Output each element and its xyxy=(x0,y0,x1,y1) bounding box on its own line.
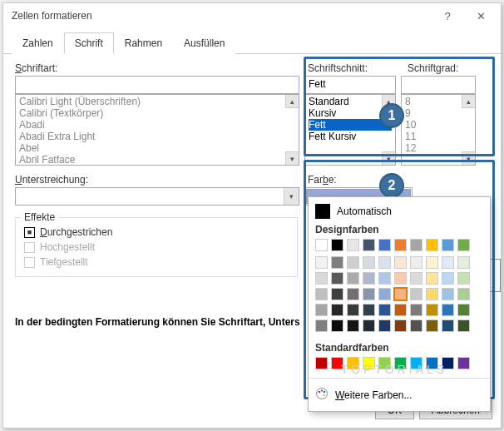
help-button[interactable]: ? xyxy=(431,4,464,27)
color-swatch[interactable] xyxy=(315,288,328,300)
list-item[interactable]: Standard xyxy=(309,96,392,107)
tab-font[interactable]: Schrift xyxy=(64,32,114,54)
auto-color-row[interactable]: Automatisch xyxy=(315,204,483,219)
color-swatch[interactable] xyxy=(363,288,375,300)
color-swatch[interactable] xyxy=(331,320,343,332)
color-swatch[interactable] xyxy=(363,304,375,316)
color-swatch[interactable] xyxy=(378,304,391,316)
list-item[interactable]: Fett Kursiv xyxy=(309,131,392,142)
color-swatch[interactable] xyxy=(363,272,375,285)
color-swatch[interactable] xyxy=(378,288,391,300)
color-swatch[interactable] xyxy=(331,288,343,300)
color-swatch[interactable] xyxy=(347,272,359,285)
color-swatch[interactable] xyxy=(378,320,391,332)
color-swatch[interactable] xyxy=(426,272,438,285)
color-swatch[interactable] xyxy=(347,256,359,269)
list-item[interactable]: Calibri (Textkörper) xyxy=(19,107,295,119)
color-swatch[interactable] xyxy=(442,256,454,269)
list-item[interactable]: Abadi xyxy=(19,119,295,131)
color-swatch[interactable] xyxy=(426,256,438,269)
color-swatch[interactable] xyxy=(426,288,438,300)
color-swatch[interactable] xyxy=(394,239,407,251)
color-swatch[interactable] xyxy=(426,304,438,316)
color-swatch[interactable] xyxy=(457,239,470,251)
chevron-down-icon[interactable]: ▾ xyxy=(284,188,299,205)
scroll-up-icon[interactable]: ▴ xyxy=(285,95,299,108)
color-swatch[interactable] xyxy=(378,239,391,251)
color-swatch[interactable] xyxy=(442,239,454,251)
color-swatch[interactable] xyxy=(378,256,391,269)
color-swatch[interactable] xyxy=(315,272,328,285)
color-swatch[interactable] xyxy=(457,288,470,300)
check-strikethrough[interactable]: Durchgestrichen xyxy=(24,226,289,238)
font-input[interactable] xyxy=(15,76,299,94)
scroll-down-icon[interactable]: ▾ xyxy=(285,151,299,165)
color-swatch[interactable] xyxy=(442,320,454,332)
underline-combo[interactable]: ▾ xyxy=(15,187,299,206)
color-swatch[interactable] xyxy=(457,304,470,316)
list-item[interactable]: Abel xyxy=(19,142,295,154)
tab-strip: Zahlen Schrift Rahmen Ausfüllen xyxy=(3,28,501,54)
color-swatch[interactable] xyxy=(363,256,375,269)
color-swatch[interactable] xyxy=(457,357,470,369)
color-swatch[interactable] xyxy=(457,256,470,269)
color-swatch[interactable] xyxy=(331,239,343,251)
color-swatch[interactable] xyxy=(315,256,328,269)
color-swatch[interactable] xyxy=(410,320,422,332)
color-swatch[interactable] xyxy=(426,239,438,251)
color-swatch[interactable] xyxy=(331,256,343,269)
color-swatch[interactable] xyxy=(394,320,407,332)
color-swatch[interactable] xyxy=(347,320,359,332)
style-list[interactable]: Standard Kursiv Fett Fett Kursiv ▴ ▾ xyxy=(304,94,396,166)
color-swatch[interactable] xyxy=(315,357,328,369)
font-list[interactable]: Calibri Light (Überschriften) Calibri (T… xyxy=(15,94,299,166)
color-swatch[interactable] xyxy=(442,288,454,300)
color-swatch[interactable] xyxy=(410,272,422,285)
color-swatch[interactable] xyxy=(378,272,391,285)
list-item[interactable]: 9 xyxy=(405,107,472,119)
color-swatch[interactable] xyxy=(410,239,422,251)
color-swatch[interactable] xyxy=(331,304,343,316)
list-item[interactable]: Calibri Light (Überschriften) xyxy=(19,96,295,107)
close-button[interactable]: ✕ xyxy=(464,4,497,27)
label-style: Schriftschnitt: xyxy=(308,62,399,74)
more-colors-row[interactable]: Weitere Farben... xyxy=(315,385,483,404)
color-swatch[interactable] xyxy=(315,320,328,332)
color-swatch[interactable] xyxy=(410,304,422,316)
list-item[interactable]: Abadi Extra Light xyxy=(19,131,295,142)
tab-numbers[interactable]: Zahlen xyxy=(12,32,64,54)
color-swatch[interactable] xyxy=(331,272,343,285)
scroll-down-icon[interactable]: ▾ xyxy=(462,151,475,165)
color-swatch[interactable] xyxy=(347,304,359,316)
color-swatch[interactable] xyxy=(315,304,328,316)
list-item[interactable]: Abril Fatface xyxy=(19,154,295,166)
list-item[interactable]: 11 xyxy=(405,131,472,142)
color-swatch[interactable] xyxy=(442,304,454,316)
scroll-down-icon[interactable]: ▾ xyxy=(382,151,395,165)
color-swatch[interactable] xyxy=(347,288,359,300)
color-swatch[interactable] xyxy=(394,256,407,269)
tab-fill[interactable]: Ausfüllen xyxy=(173,32,235,54)
color-swatch[interactable] xyxy=(457,272,470,285)
scroll-up-icon[interactable]: ▴ xyxy=(462,95,475,108)
color-swatch[interactable] xyxy=(426,320,438,332)
color-swatch[interactable] xyxy=(410,256,422,269)
color-swatch[interactable] xyxy=(363,239,375,251)
color-swatch[interactable] xyxy=(315,239,328,251)
color-swatch[interactable] xyxy=(394,288,407,300)
tab-border[interactable]: Rahmen xyxy=(114,32,173,54)
color-swatch[interactable] xyxy=(410,288,422,300)
list-item[interactable]: 10 xyxy=(405,119,472,131)
color-dropdown[interactable]: Automatisch Designfarben Standardfarben … xyxy=(308,196,491,412)
size-list[interactable]: 8 9 10 11 12 ▴ ▾ xyxy=(401,94,476,166)
color-swatch[interactable] xyxy=(394,272,407,285)
color-swatch[interactable] xyxy=(457,320,470,332)
size-input[interactable] xyxy=(401,76,476,94)
color-swatch[interactable] xyxy=(442,272,454,285)
color-swatch[interactable] xyxy=(347,239,359,251)
color-swatch[interactable] xyxy=(394,304,407,316)
check-label: Tiefgestellt xyxy=(40,256,88,268)
style-input[interactable]: Fett xyxy=(304,76,396,94)
list-item[interactable]: Fett xyxy=(309,119,392,131)
color-swatch[interactable] xyxy=(363,320,375,332)
